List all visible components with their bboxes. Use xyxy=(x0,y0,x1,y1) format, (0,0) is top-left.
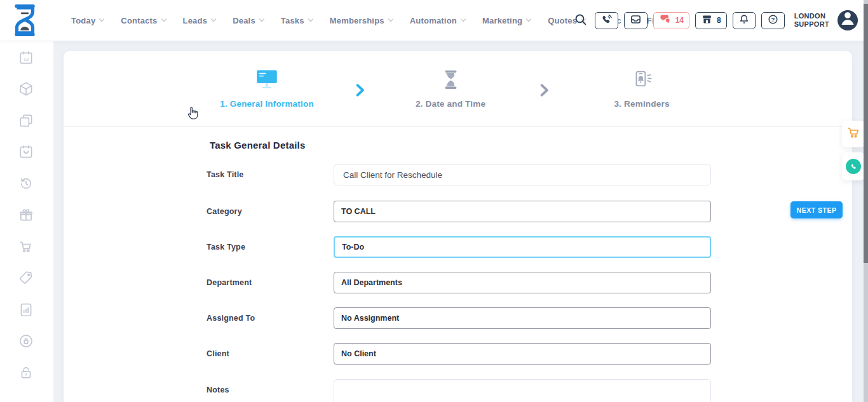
step-reminders[interactable]: 3. Reminders xyxy=(559,66,724,109)
history-icon[interactable] xyxy=(18,175,34,192)
chevron-down-icon xyxy=(461,17,466,22)
nav-label: Today xyxy=(71,16,95,25)
form-row-assigned-to: Assigned To xyxy=(64,307,852,329)
nav-item-contacts[interactable]: Contacts xyxy=(121,16,165,25)
nav-item-today[interactable]: Today xyxy=(71,16,104,25)
user-icon xyxy=(837,10,858,30)
chevron-right-icon xyxy=(356,84,365,99)
phone-icon xyxy=(846,159,861,174)
account-name-line2: SUPPORT xyxy=(794,20,829,29)
nav-item-memberships[interactable]: Memberships xyxy=(330,16,393,25)
step-date-and-time[interactable]: 2. Date and Time xyxy=(368,66,533,109)
nav-item-automation[interactable]: Automation xyxy=(410,16,465,25)
notifications-button[interactable] xyxy=(733,12,756,29)
calls-button[interactable] xyxy=(595,12,618,29)
topbar: Today Contacts Leads Deals Tasks Members… xyxy=(0,0,868,41)
help-button[interactable]: ? xyxy=(761,12,785,29)
client-select[interactable] xyxy=(334,343,711,365)
copy-icon[interactable] xyxy=(18,112,34,129)
cart-icon[interactable] xyxy=(18,239,34,255)
form-row-client: Client xyxy=(64,343,852,365)
shop-icon xyxy=(701,13,713,28)
price-tag-icon[interactable] xyxy=(18,270,34,286)
task-type-label: Task Type xyxy=(207,236,327,258)
monitor-icon xyxy=(184,66,349,93)
step-label: 3. Reminders xyxy=(559,99,724,109)
step-general-information[interactable]: 1. General Information xyxy=(184,66,349,109)
svg-text:?: ? xyxy=(771,16,775,22)
report-icon[interactable] xyxy=(18,302,34,318)
nav-item-tasks[interactable]: Tasks xyxy=(281,16,313,25)
calendar-task-icon[interactable] xyxy=(18,144,34,160)
nav-item-leads[interactable]: Leads xyxy=(183,16,216,25)
package-icon[interactable] xyxy=(18,81,34,97)
category-label: Category xyxy=(207,201,327,222)
next-step-button[interactable]: NEXT STEP xyxy=(790,201,843,218)
client-label: Client xyxy=(207,343,327,365)
scrollbar-track[interactable] xyxy=(864,0,868,402)
chevron-down-icon xyxy=(211,17,216,22)
department-select[interactable] xyxy=(334,272,711,293)
department-label: Department xyxy=(207,272,327,293)
chat-icon xyxy=(659,13,672,27)
cart-icon xyxy=(846,126,860,142)
notes-textarea[interactable] xyxy=(334,379,711,402)
form-row-category: Category xyxy=(64,201,852,222)
phone-float-button[interactable] xyxy=(842,152,865,180)
chevron-down-icon xyxy=(99,17,104,22)
hourglass-logo-icon xyxy=(10,27,39,38)
search-button[interactable] xyxy=(573,12,589,29)
scrollbar-thumb[interactable] xyxy=(864,4,868,263)
category-select[interactable] xyxy=(334,201,711,222)
chevron-down-icon xyxy=(526,17,531,22)
inbox-button[interactable] xyxy=(624,12,648,29)
cart-float-button[interactable] xyxy=(842,121,865,147)
assigned-to-label: Assigned To xyxy=(207,307,327,329)
form-row-task-type: Task Type xyxy=(64,236,852,258)
avatar[interactable] xyxy=(837,10,858,30)
chevron-down-icon xyxy=(308,17,313,22)
app-logo[interactable] xyxy=(10,4,39,36)
help-icon: ? xyxy=(767,13,779,28)
phone-volume-icon xyxy=(600,13,613,28)
nav-label: Memberships xyxy=(330,16,384,25)
form-heading: Task General Details xyxy=(210,140,305,151)
inbox-icon xyxy=(630,13,642,28)
chevron-down-icon xyxy=(161,17,166,22)
chat-button[interactable]: 14 xyxy=(653,12,689,29)
step-label: 1. General Information xyxy=(184,99,349,109)
task-title-label: Task Title xyxy=(207,164,327,185)
shop-count-badge: 8 xyxy=(717,16,721,25)
assigned-to-select[interactable] xyxy=(334,307,711,329)
bell-icon xyxy=(738,13,750,28)
search-icon xyxy=(574,13,587,29)
hourglass-icon xyxy=(368,66,533,93)
wizard-steps: 1. General Information 2. Date and Time xyxy=(64,51,852,127)
gift-icon[interactable] xyxy=(18,207,34,224)
form-row-notes: Notes xyxy=(64,379,852,401)
nav-label: Tasks xyxy=(281,16,304,25)
topbar-actions: 14 8 xyxy=(573,0,858,41)
task-title-input[interactable] xyxy=(334,164,711,185)
left-sidebar: 12 xyxy=(0,41,53,402)
task-type-select[interactable] xyxy=(334,236,711,258)
account-name-line1: LONDON xyxy=(794,12,829,20)
shop-button[interactable]: 8 xyxy=(695,12,727,29)
form-row-task-title: Task Title xyxy=(64,164,852,185)
chevron-down-icon xyxy=(259,17,264,22)
nav-item-marketing[interactable]: Marketing xyxy=(482,16,531,25)
chevron-right-icon xyxy=(540,84,549,99)
reminder-icon xyxy=(559,66,724,93)
user-lock-icon[interactable] xyxy=(18,333,34,349)
nav-label: Leads xyxy=(183,16,208,25)
calendar-icon[interactable]: 12 xyxy=(18,50,34,66)
task-wizard-card: 1. General Information 2. Date and Time xyxy=(64,51,852,402)
account-name[interactable]: LONDON SUPPORT xyxy=(794,12,829,29)
chat-count-badge: 14 xyxy=(675,16,684,25)
step-label: 2. Date and Time xyxy=(368,99,533,109)
nav-label: Automation xyxy=(410,16,457,25)
lock-icon[interactable] xyxy=(18,365,34,381)
nav-item-deals[interactable]: Deals xyxy=(233,16,264,25)
nav-label: Marketing xyxy=(482,16,522,25)
notes-label: Notes xyxy=(207,379,327,401)
